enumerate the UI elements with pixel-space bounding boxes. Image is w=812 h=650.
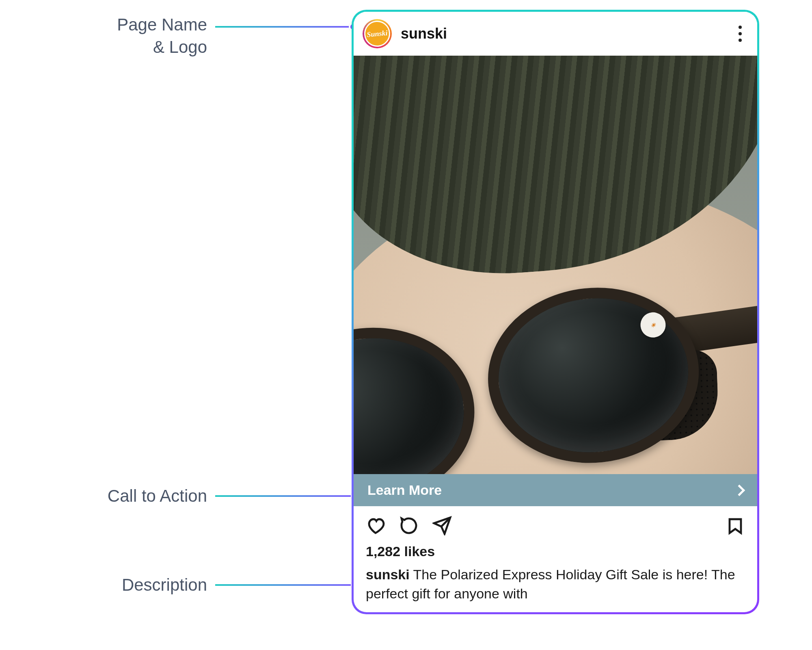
cta-label: Learn More xyxy=(367,482,442,498)
post-header: Sunski sunski xyxy=(354,12,757,56)
post-image[interactable]: ☀ xyxy=(354,56,757,474)
chevron-right-icon xyxy=(734,485,745,496)
connector-line xyxy=(215,584,355,586)
caption-text: The Polarized Express Holiday Gift Sale … xyxy=(366,567,735,601)
page-name[interactable]: sunski xyxy=(401,25,447,42)
post-card: Sunski sunski ☀ Learn More xyxy=(354,12,757,612)
like-icon[interactable] xyxy=(366,516,385,535)
likes-count[interactable]: 1,282 likes xyxy=(366,542,745,561)
annotation-page-name-logo: Page Name & Logo xyxy=(16,14,207,58)
page-avatar: Sunski xyxy=(363,20,391,48)
connector-line xyxy=(215,495,355,497)
post-caption: sunski The Polarized Express Holiday Gif… xyxy=(366,565,745,603)
connector-line xyxy=(215,26,353,28)
annotation-text: Call to Action xyxy=(108,486,207,505)
annotation-text-line1: Page Name xyxy=(117,15,207,34)
image-glasses-lens xyxy=(354,317,483,474)
annotation-cta: Call to Action xyxy=(16,485,207,507)
image-glasses-lens xyxy=(479,277,708,473)
bookmark-icon[interactable] xyxy=(726,516,745,535)
cta-button[interactable]: Learn More xyxy=(354,474,757,506)
avatar-logo-text: Sunski xyxy=(367,28,388,39)
share-icon[interactable] xyxy=(432,516,452,535)
post-actions xyxy=(354,506,757,540)
annotation-text-line2: & Logo xyxy=(153,37,207,56)
post-meta: 1,282 likes sunski The Polarized Express… xyxy=(354,540,757,612)
avatar-ring[interactable]: Sunski xyxy=(363,19,392,48)
caption-author[interactable]: sunski xyxy=(366,567,410,582)
more-options-icon[interactable] xyxy=(735,22,745,45)
annotation-description: Description xyxy=(16,574,207,596)
comment-icon[interactable] xyxy=(399,516,419,535)
annotation-text: Description xyxy=(122,575,207,594)
post-card-frame: Sunski sunski ☀ Learn More xyxy=(352,10,759,614)
